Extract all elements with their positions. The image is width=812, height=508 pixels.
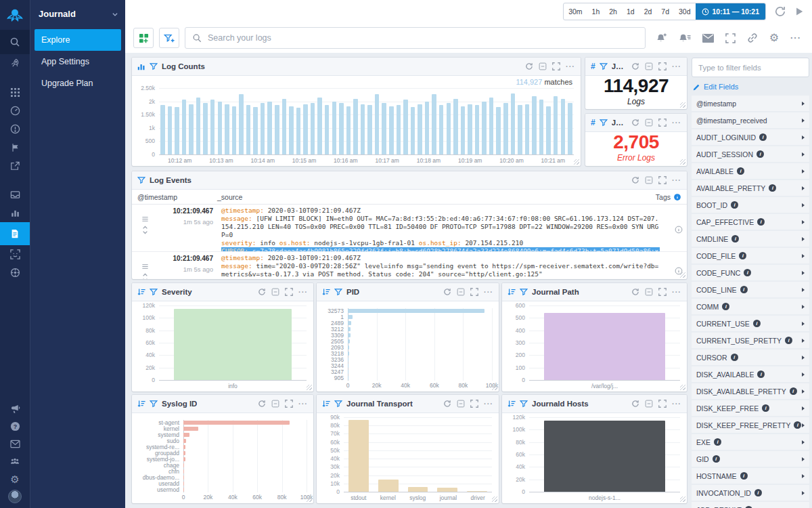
bar[interactable] bbox=[183, 445, 185, 449]
field-item-boot_id[interactable]: BOOT_IDi bbox=[692, 197, 809, 213]
bar[interactable] bbox=[183, 421, 290, 425]
bar[interactable] bbox=[496, 107, 501, 154]
field-item-@timestamp[interactable]: @timestamp bbox=[692, 96, 809, 111]
field-info-icon[interactable]: i bbox=[762, 404, 769, 412]
bar[interactable] bbox=[568, 103, 572, 154]
rail-search-button[interactable] bbox=[0, 30, 30, 54]
refresh-icon[interactable] bbox=[774, 5, 786, 18]
rail-getting-started-button[interactable] bbox=[0, 54, 30, 72]
panel-refresh-icon[interactable] bbox=[631, 119, 639, 127]
bar[interactable] bbox=[453, 99, 458, 154]
bar[interactable] bbox=[282, 99, 287, 154]
field-info-icon[interactable]: i bbox=[757, 371, 765, 378]
panel-collapse-icon[interactable] bbox=[645, 119, 653, 127]
field-info-icon[interactable]: i bbox=[785, 337, 792, 344]
bar[interactable] bbox=[332, 102, 337, 154]
bar[interactable] bbox=[546, 106, 551, 154]
bar[interactable] bbox=[183, 427, 198, 431]
field-item-disk_keep_free_pretty[interactable]: DISK_KEEP_FREE_PRETTYi bbox=[692, 417, 809, 433]
rail-reports-button[interactable] bbox=[0, 204, 30, 222]
bar[interactable] bbox=[346, 106, 351, 154]
field-item-current_use_pretty[interactable]: CURRENT_USE_PRETTYi bbox=[692, 333, 809, 348]
field-info-icon[interactable]: i bbox=[731, 201, 738, 209]
bar[interactable] bbox=[175, 107, 179, 154]
bar[interactable] bbox=[348, 333, 351, 337]
field-item-code_file[interactable]: CODE_FILEi bbox=[692, 248, 809, 263]
fullscreen-icon[interactable] bbox=[725, 33, 736, 43]
bar[interactable] bbox=[348, 345, 349, 350]
field-info-icon[interactable]: i bbox=[757, 150, 764, 158]
bar[interactable] bbox=[289, 106, 294, 154]
field-info-icon[interactable]: i bbox=[769, 184, 776, 192]
time-range-custom-active[interactable]: 10:11 — 10:21 bbox=[696, 3, 765, 20]
field-item-disk_available[interactable]: DISK_AVAILABLEi bbox=[692, 366, 809, 382]
bar[interactable] bbox=[253, 107, 258, 154]
field-item-code_func[interactable]: CODE_FUNCi bbox=[692, 265, 809, 280]
bar[interactable] bbox=[437, 488, 457, 492]
panel-expand-icon[interactable] bbox=[658, 400, 667, 408]
bar[interactable] bbox=[403, 100, 408, 154]
bar[interactable] bbox=[544, 421, 664, 492]
bar[interactable] bbox=[203, 103, 208, 154]
bar[interactable] bbox=[348, 420, 369, 492]
row-expand-icon[interactable] bbox=[142, 226, 148, 234]
filter-icon[interactable] bbox=[334, 288, 342, 296]
field-item-hostname[interactable]: HOSTNAMEi bbox=[692, 468, 809, 484]
filter-icon[interactable] bbox=[137, 176, 145, 184]
sematext-logo-icon[interactable] bbox=[0, 0, 30, 30]
field-item-available[interactable]: AVAILABLEi bbox=[692, 163, 809, 179]
info-icon[interactable] bbox=[673, 193, 681, 201]
filter-icon[interactable] bbox=[520, 288, 528, 296]
bar[interactable] bbox=[160, 105, 165, 154]
field-item-audit_session[interactable]: AUDIT_SESSIONi bbox=[692, 146, 809, 162]
bar[interactable] bbox=[353, 99, 358, 154]
bar[interactable] bbox=[348, 309, 484, 313]
field-item-@timestamp_received[interactable]: @timestamp_received bbox=[692, 112, 809, 128]
bar[interactable] bbox=[432, 94, 436, 154]
bar[interactable] bbox=[183, 433, 189, 437]
filter-icon[interactable] bbox=[600, 119, 608, 127]
panel-expand-icon[interactable] bbox=[658, 288, 667, 296]
panel-refresh-icon[interactable] bbox=[258, 400, 266, 408]
panel-refresh-icon[interactable] bbox=[525, 62, 533, 70]
panel-expand-icon[interactable] bbox=[285, 288, 293, 296]
add-filter-button[interactable] bbox=[159, 28, 179, 48]
bar[interactable] bbox=[239, 94, 244, 154]
bar[interactable] bbox=[348, 321, 351, 325]
filter-icon[interactable] bbox=[150, 62, 158, 70]
panel-refresh-icon[interactable] bbox=[443, 400, 451, 408]
bar[interactable] bbox=[539, 100, 544, 154]
panel-expand-icon[interactable] bbox=[552, 62, 560, 70]
bar[interactable] bbox=[348, 352, 349, 356]
rail-settings-button[interactable]: ⚙ bbox=[0, 470, 30, 488]
panel-collapse-icon[interactable] bbox=[539, 62, 547, 70]
rail-apps-grid-button[interactable] bbox=[0, 83, 30, 102]
bar[interactable] bbox=[378, 480, 399, 492]
bar[interactable] bbox=[189, 104, 194, 154]
bar[interactable] bbox=[511, 93, 516, 154]
field-item-job_result[interactable]: JOB_RESULTi bbox=[692, 502, 809, 508]
bar[interactable] bbox=[218, 102, 223, 154]
bar[interactable] bbox=[447, 103, 451, 154]
log-event-row[interactable]: 10:21:09.4671m 5s ago@timestamp: 2020-03… bbox=[132, 205, 687, 252]
bar[interactable] bbox=[375, 94, 380, 154]
bar[interactable] bbox=[348, 358, 348, 362]
field-item-audit_loginuid[interactable]: AUDIT_LOGINUIDi bbox=[692, 129, 809, 145]
bar[interactable] bbox=[544, 313, 664, 380]
bar[interactable] bbox=[182, 100, 187, 154]
panel-collapse-icon[interactable] bbox=[271, 288, 279, 296]
bar[interactable] bbox=[348, 327, 351, 331]
bar[interactable] bbox=[554, 96, 558, 154]
field-info-icon[interactable]: i bbox=[744, 269, 751, 276]
field-info-icon[interactable]: i bbox=[737, 167, 744, 175]
panel-refresh-icon[interactable] bbox=[258, 288, 266, 296]
field-info-icon[interactable]: i bbox=[739, 252, 746, 259]
edit-fields-link[interactable]: Edit Fields bbox=[693, 83, 808, 91]
time-range-1d[interactable]: 1d bbox=[622, 3, 639, 20]
bar[interactable] bbox=[183, 469, 184, 473]
rail-logs-button[interactable] bbox=[0, 222, 30, 245]
bar[interactable] bbox=[348, 376, 348, 380]
field-info-icon[interactable]: i bbox=[753, 320, 761, 327]
bar[interactable] bbox=[561, 99, 566, 154]
rail-announcements-button[interactable] bbox=[0, 400, 30, 417]
